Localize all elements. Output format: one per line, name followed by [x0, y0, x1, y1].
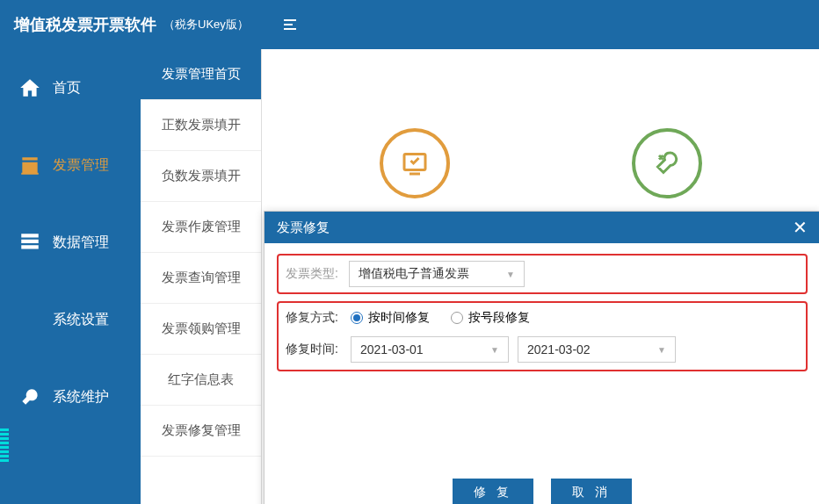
- primary-sidebar: 首页 发票管理 数据管理 系统设置 系统维护: [0, 49, 141, 504]
- modal-body: 发票类型: 增值税电子普通发票 ▼ 修复方式: 按时间修复 按号段修复: [265, 243, 819, 470]
- repair-button[interactable]: 修 复: [453, 479, 533, 504]
- maintenance-icon: [18, 385, 42, 409]
- radio-icon: [451, 312, 463, 324]
- modal-header: 发票修复 ✕: [265, 212, 819, 243]
- repair-method-radio-group: 按时间修复 按号段修复: [351, 310, 530, 326]
- cancel-button[interactable]: 取 消: [551, 479, 632, 504]
- invoice-type-select[interactable]: 增值税电子普通发票 ▼: [349, 261, 525, 287]
- radio-label: 按时间修复: [368, 310, 430, 326]
- chevron-down-icon: ▼: [506, 270, 515, 279]
- volume-indicator: [0, 418, 9, 462]
- secondary-sidebar: 发票管理首页 正数发票填开 负数发票填开 发票作废管理 发票查询管理 发票领购管…: [141, 49, 262, 504]
- secondary-item-home[interactable]: 发票管理首页: [141, 49, 261, 100]
- radio-by-segment[interactable]: 按号段修复: [451, 310, 530, 326]
- sidebar-item-label: 首页: [53, 79, 81, 97]
- app-subtitle: （税务UKey版）: [163, 17, 249, 32]
- sidebar-item-data[interactable]: 数据管理: [0, 204, 141, 281]
- secondary-item-purchase[interactable]: 发票领购管理: [141, 304, 261, 355]
- repair-time-label: 修复时间:: [286, 342, 342, 357]
- settings-icon: [18, 307, 42, 332]
- sidebar-item-label: 发票管理: [53, 156, 109, 175]
- sidebar-item-settings[interactable]: 系统设置: [0, 281, 141, 358]
- sidebar-item-invoice[interactable]: 发票管理: [0, 126, 141, 204]
- chevron-down-icon: ▼: [490, 345, 499, 355]
- radio-label: 按号段修复: [468, 310, 530, 326]
- invoice-repair-modal: 发票修复 ✕ 发票类型: 增值税电子普通发票 ▼ 修复方式: 按时间修复: [264, 211, 819, 504]
- sidebar-toggle-button[interactable]: [284, 19, 296, 30]
- date-to-value: 2021-03-02: [527, 342, 591, 356]
- date-from-value: 2021-03-01: [360, 342, 424, 356]
- radio-by-time[interactable]: 按时间修复: [351, 310, 430, 326]
- close-icon[interactable]: ✕: [793, 217, 808, 238]
- home-icon: [18, 76, 42, 100]
- feature-icon-tools[interactable]: [632, 128, 702, 198]
- invoice-type-row: 发票类型: 增值税电子普通发票 ▼: [277, 254, 808, 294]
- invoice-type-value: 增值税电子普通发票: [359, 266, 469, 282]
- secondary-item-positive[interactable]: 正数发票填开: [141, 100, 261, 151]
- sidebar-item-home[interactable]: 首页: [0, 49, 141, 126]
- app-header: 增值税发票开票软件 （税务UKey版）: [0, 0, 819, 49]
- chevron-down-icon: ▼: [657, 345, 666, 355]
- invoice-icon: [18, 153, 42, 177]
- date-to-select[interactable]: 2021-03-02 ▼: [518, 336, 676, 363]
- repair-options-box: 修复方式: 按时间修复 按号段修复 修复时间: 2021-03-01 ▼: [277, 301, 808, 371]
- secondary-item-negative[interactable]: 负数发票填开: [141, 151, 261, 202]
- secondary-item-void[interactable]: 发票作废管理: [141, 202, 261, 253]
- repair-method-row: 修复方式: 按时间修复 按号段修复: [286, 310, 799, 326]
- repair-method-label: 修复方式:: [286, 310, 342, 326]
- secondary-item-red[interactable]: 红字信息表: [141, 355, 261, 406]
- secondary-item-repair[interactable]: 发票修复管理: [141, 406, 261, 457]
- sidebar-item-maintenance[interactable]: 系统维护: [0, 358, 141, 436]
- radio-icon: [351, 312, 363, 324]
- modal-footer: 修 复 取 消: [265, 470, 819, 504]
- invoice-type-label: 发票类型:: [286, 266, 342, 282]
- sidebar-item-label: 系统设置: [53, 311, 109, 329]
- date-from-select[interactable]: 2021-03-01 ▼: [351, 336, 509, 363]
- secondary-item-query[interactable]: 发票查询管理: [141, 253, 261, 304]
- sidebar-item-label: 数据管理: [53, 234, 109, 252]
- modal-title: 发票修复: [277, 220, 330, 236]
- repair-time-row: 修复时间: 2021-03-01 ▼ 2021-03-02 ▼: [286, 336, 799, 363]
- app-title: 增值税发票开票软件: [14, 14, 156, 35]
- data-icon: [18, 230, 42, 255]
- sidebar-item-label: 系统维护: [53, 388, 109, 407]
- feature-icon-fill[interactable]: [380, 128, 450, 198]
